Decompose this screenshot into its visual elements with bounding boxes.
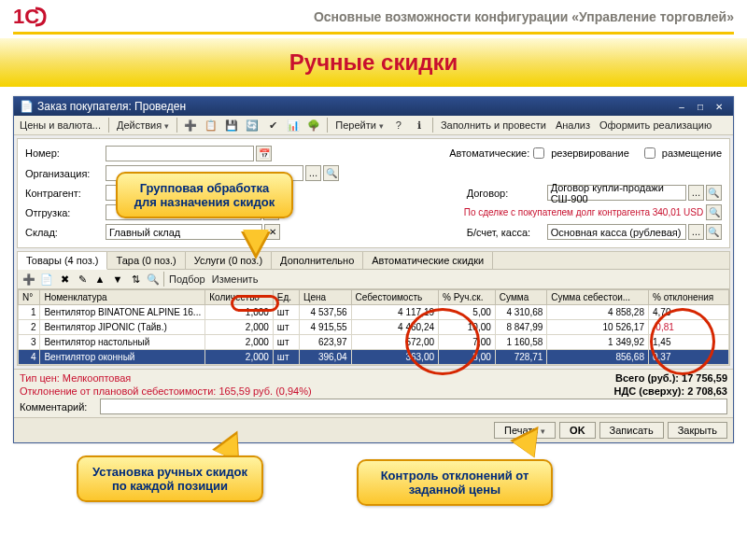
analysis-link[interactable]: Анализ bbox=[554, 119, 592, 132]
col-sumcost[interactable]: Сумма себестои... bbox=[547, 290, 649, 305]
tab-tare[interactable]: Тара (0 поз.) bbox=[107, 252, 185, 269]
table-row[interactable]: 1Вентилятор BINATONE ALPINE 16...1,000шт… bbox=[19, 305, 729, 320]
callout-group: Групповая обработка для назначения скидо… bbox=[116, 172, 293, 218]
logo-1c: 1C bbox=[13, 4, 50, 30]
tabs-area: Товары (4 поз.) Тара (0 поз.) Услуги (0 … bbox=[17, 251, 730, 366]
price-type: Тип цен: Мелкооптовая bbox=[20, 372, 131, 384]
close-btn[interactable]: Закрыть bbox=[668, 422, 727, 439]
info-icon[interactable]: ℹ bbox=[412, 118, 427, 133]
col-qty[interactable]: Количество bbox=[205, 290, 274, 305]
tab-extra[interactable]: Дополнительно bbox=[272, 252, 363, 269]
fill-link[interactable]: Заполнить и провести bbox=[439, 119, 548, 132]
minimize-button[interactable]: – bbox=[673, 100, 690, 113]
change-link[interactable]: Изменить bbox=[210, 273, 261, 286]
table-row[interactable]: 2Вентилятор JIPONIC (Тайв.)2,000шт4 915,… bbox=[19, 320, 729, 335]
help-icon[interactable]: ? bbox=[391, 118, 406, 133]
row-edit-icon[interactable]: ✎ bbox=[75, 272, 90, 287]
titlebar: 📄 Заказ покупателя: Проведен – □ ✕ bbox=[14, 97, 733, 116]
select-link[interactable]: Подбор bbox=[167, 273, 207, 286]
account-open[interactable]: 🔍 bbox=[706, 224, 722, 240]
tab-auto[interactable]: Автоматические скидки bbox=[363, 252, 493, 269]
number-label: Номер: bbox=[25, 147, 100, 159]
number-field[interactable] bbox=[106, 146, 254, 161]
col-sum[interactable]: Сумма bbox=[495, 290, 547, 305]
header-underline bbox=[13, 32, 734, 35]
row-del-icon[interactable]: ✖ bbox=[57, 272, 72, 287]
contract-select[interactable]: … bbox=[688, 185, 704, 201]
account-field[interactable]: Основная касса (рублевая) bbox=[547, 224, 686, 240]
reserve-checkbox[interactable]: резервирование bbox=[529, 145, 629, 161]
col-unit[interactable]: Ед. bbox=[273, 290, 299, 305]
main-toolbar: Цены и валюта... Действия ▾ ➕ 📋 💾 🔄 ✔ 📊 … bbox=[14, 116, 733, 135]
copy-icon[interactable]: 📋 bbox=[204, 118, 218, 133]
auto-label: Автоматические: bbox=[449, 147, 524, 159]
maximize-button[interactable]: □ bbox=[692, 100, 709, 113]
make-sale-link[interactable]: Оформить реализацию bbox=[598, 119, 713, 132]
org-open[interactable]: 🔍 bbox=[323, 165, 339, 181]
org-select[interactable]: … bbox=[305, 165, 321, 181]
col-n[interactable]: N° bbox=[19, 290, 40, 305]
slide-title-band: Ручные скидки bbox=[0, 38, 747, 87]
col-cost[interactable]: Себестоимость bbox=[351, 290, 438, 305]
warehouse-label: Склад: bbox=[25, 227, 100, 238]
actions-menu[interactable]: Действия ▾ bbox=[115, 119, 171, 132]
window-title: Заказ покупателя: Проведен bbox=[37, 100, 186, 113]
window-icon: 📄 bbox=[20, 100, 34, 113]
add-icon[interactable]: ➕ bbox=[183, 118, 198, 133]
refresh-icon[interactable]: 🔄 bbox=[245, 118, 260, 133]
contragent-label: Контрагент: bbox=[25, 188, 100, 199]
close-button[interactable]: ✕ bbox=[711, 100, 727, 113]
row-copy-icon[interactable]: 📄 bbox=[39, 272, 54, 287]
grid-toolbar: ➕ 📄 ✖ ✎ ▲ ▼ ⇅ 🔍 Подбор Изменить bbox=[18, 270, 729, 289]
account-label: Б/счет, касса: bbox=[467, 227, 542, 238]
org-label: Организация: bbox=[25, 168, 100, 179]
ship-label: Отгрузка: bbox=[25, 207, 100, 218]
vat: НДС (сверху): 2 708,63 bbox=[614, 385, 727, 397]
tabs: Товары (4 поз.) Тара (0 поз.) Услуги (0 … bbox=[18, 252, 729, 270]
col-disc[interactable]: % Руч.ск. bbox=[439, 290, 496, 305]
post-icon[interactable]: ✔ bbox=[265, 118, 280, 133]
save-button[interactable]: Записать bbox=[599, 422, 664, 439]
col-price[interactable]: Цена bbox=[300, 290, 352, 305]
tab-goods[interactable]: Товары (4 поз.) bbox=[18, 252, 107, 270]
save-icon[interactable]: 💾 bbox=[224, 118, 239, 133]
contract-label: Договор: bbox=[467, 188, 542, 199]
app-window: 📄 Заказ покупателя: Проведен – □ ✕ Цены … bbox=[13, 96, 734, 443]
comment-label: Комментарий: bbox=[20, 401, 94, 413]
contract-open[interactable]: 🔍 bbox=[706, 185, 722, 201]
callout-manual: Установка ручных скидок по каждой позици… bbox=[77, 455, 263, 502]
warehouse-field[interactable]: Главный склад bbox=[106, 224, 262, 240]
total: Всего (руб.): 17 756,59 bbox=[615, 372, 727, 384]
footer-area: Тип цен: Мелкооптовая Всего (руб.): 17 7… bbox=[14, 369, 733, 417]
comment-field[interactable] bbox=[100, 399, 727, 414]
row-filter-icon[interactable]: 🔍 bbox=[146, 272, 161, 287]
account-select[interactable]: … bbox=[688, 224, 704, 240]
row-up-icon[interactable]: ▲ bbox=[92, 272, 107, 287]
deviation-text: Отклонение от плановой себестоимости: 16… bbox=[20, 385, 312, 397]
debt-text: По сделке с покупателем долг контрагента… bbox=[464, 204, 722, 220]
contract-field[interactable]: Договор купли-продажи СШ-900 bbox=[547, 185, 686, 201]
page-header: 1C Основные возможности конфигурации «Уп… bbox=[0, 0, 747, 32]
header-title: Основные возможности конфигурации «Управ… bbox=[314, 9, 734, 24]
prices-link[interactable]: Цены и валюта... bbox=[18, 119, 103, 132]
debt-open[interactable]: 🔍 bbox=[706, 204, 722, 220]
struct-icon[interactable]: 📊 bbox=[286, 118, 301, 133]
row-down-icon[interactable]: ▼ bbox=[110, 272, 125, 287]
go-menu[interactable]: Перейти ▾ bbox=[333, 119, 386, 132]
col-nom[interactable]: Номенклатура bbox=[40, 290, 205, 305]
callout-control: Контроль отклонений от заданной цены bbox=[357, 459, 553, 506]
tree-icon[interactable]: 🌳 bbox=[306, 118, 321, 133]
col-dev[interactable]: % отклонения bbox=[648, 290, 728, 305]
ok-button[interactable]: OK bbox=[559, 422, 596, 439]
table-row[interactable]: 3Вентилятор настольный2,000шт623,97572,0… bbox=[19, 335, 729, 350]
row-sort-icon[interactable]: ⇅ bbox=[128, 272, 143, 287]
place-checkbox[interactable]: размещение bbox=[641, 145, 722, 161]
table-row[interactable]: 4Вентилятор оконный2,000шт396,04363,008,… bbox=[19, 350, 729, 365]
slide-title: Ручные скидки bbox=[289, 49, 458, 75]
row-add-icon[interactable]: ➕ bbox=[21, 272, 36, 287]
goods-grid[interactable]: N° Номенклатура Количество Ед. Цена Себе… bbox=[18, 289, 729, 365]
button-bar: Печать ▾ OK Записать Закрыть bbox=[14, 417, 733, 442]
date-button[interactable]: 📅 bbox=[256, 146, 272, 161]
